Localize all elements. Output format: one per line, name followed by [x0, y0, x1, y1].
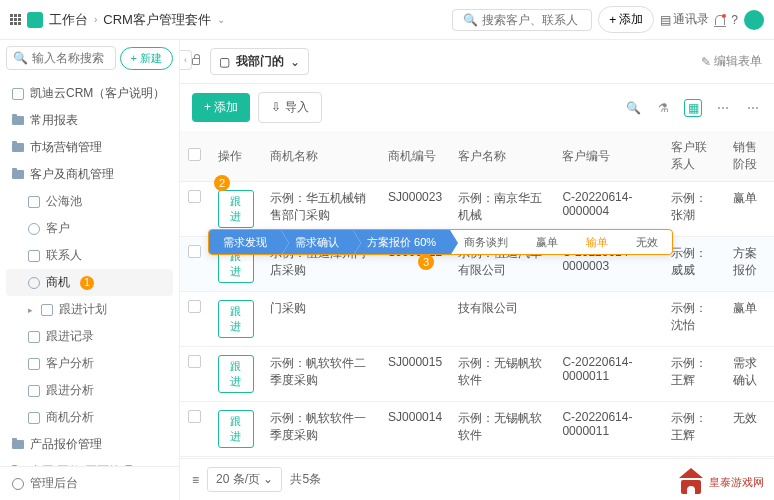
- stage-step[interactable]: 方案报价 60%: [353, 230, 450, 254]
- stage-step[interactable]: 需求确认: [281, 230, 353, 254]
- toolbar-import-button[interactable]: ⇩ 导入: [258, 92, 321, 123]
- toolbar-add-button[interactable]: + 添加: [192, 93, 250, 122]
- cell-cust-code: C-20220614-0000011: [554, 347, 663, 402]
- sidebar-item-cust-analysis[interactable]: 客户分析: [0, 350, 179, 377]
- gear-icon: [12, 478, 24, 490]
- col-action[interactable]: 操作: [210, 131, 262, 182]
- sidebar-item-pool[interactable]: 公海池: [0, 188, 179, 215]
- col-code[interactable]: 商机编号: [380, 131, 450, 182]
- follow-button[interactable]: 跟进: [218, 300, 254, 338]
- cell-contact: 示例：张潮: [663, 182, 724, 237]
- cell-stage: 方案报价: [725, 237, 774, 292]
- col-stage[interactable]: 销售阶段: [725, 131, 774, 182]
- col-cust-code[interactable]: 客户编号: [554, 131, 663, 182]
- cell-name: 门采购: [262, 292, 381, 347]
- global-search[interactable]: 🔍: [452, 9, 592, 31]
- sidebar-group-quote[interactable]: 产品报价管理: [0, 431, 179, 458]
- apps-grid-icon[interactable]: [10, 14, 21, 25]
- dept-selector[interactable]: ▢ 我部门的 ⌄: [210, 48, 309, 75]
- notifications-icon[interactable]: [715, 15, 725, 25]
- sidebar-item-opp-analysis[interactable]: 商机分析: [0, 404, 179, 431]
- sidebar-item-plan[interactable]: ▸跟进计划: [0, 296, 179, 323]
- sidebar-item-follow-analysis[interactable]: 跟进分析: [0, 377, 179, 404]
- cell-contact: 示例：沈怡: [663, 292, 724, 347]
- app-logo: [27, 12, 43, 28]
- sidebar-collapse-handle[interactable]: ‹: [180, 50, 192, 70]
- breadcrumb-workspace[interactable]: 工作台: [49, 11, 88, 29]
- watermark: 皇泰游戏网: [677, 468, 764, 496]
- row-checkbox[interactable]: [188, 190, 201, 203]
- stage-step[interactable]: 输单: [572, 230, 622, 254]
- col-name[interactable]: 商机名称: [262, 131, 381, 182]
- expand-icon[interactable]: ▸: [28, 305, 33, 315]
- cell-stage: 无效: [725, 402, 774, 457]
- main-content: ▢ 我部门的 ⌄ ✎ 编辑表单 + 添加 ⇩ 导入 🔍 ⚗ ▦ ⋯ ⋯ 操作: [180, 40, 774, 500]
- sidebar-group-customer-mgmt[interactable]: 客户及商机管理: [0, 161, 179, 188]
- table-row[interactable]: 跟进 示例：帆软软件一季度采购 SJ000014 示例：无锡帆软软件 C-202…: [180, 402, 774, 457]
- chevron-down-icon[interactable]: ⌄: [217, 14, 225, 25]
- cell-name: 示例：帆软软件一季度采购: [262, 402, 381, 457]
- sidebar-new-button[interactable]: + 新建: [120, 47, 173, 70]
- list-icon[interactable]: ≡: [192, 473, 199, 487]
- cell-stage: 赢单: [725, 182, 774, 237]
- search-icon[interactable]: 🔍: [624, 99, 642, 117]
- stage-step[interactable]: 赢单: [522, 230, 572, 254]
- stage-step[interactable]: 需求发现: [209, 230, 281, 254]
- stage-progress-popup: 需求发现 需求确认 方案报价 60% 商务谈判 赢单 输单 无效: [208, 229, 673, 255]
- page-size-select[interactable]: 20 条/页 ⌄: [207, 467, 282, 492]
- badge-1: 1: [80, 276, 94, 290]
- cell-code: [380, 292, 450, 347]
- cell-code: SJ000015: [380, 347, 450, 402]
- row-checkbox[interactable]: [188, 300, 201, 313]
- sidebar-group-contract[interactable]: 合同/回款/开票管理: [0, 458, 179, 466]
- lock-icon: [192, 58, 200, 65]
- table-row[interactable]: 跟进 门采购 技有限公司 示例：沈怡 赢单: [180, 292, 774, 347]
- cell-cust-code: [554, 292, 663, 347]
- col-contact[interactable]: 客户联系人: [663, 131, 724, 182]
- add-button[interactable]: + 添加: [598, 6, 654, 33]
- stage-step[interactable]: 无效: [622, 230, 672, 254]
- help-icon[interactable]: ?: [731, 13, 738, 27]
- contacts-link[interactable]: ▤ 通讯录: [660, 11, 709, 28]
- sidebar-item-record[interactable]: 跟进记录: [0, 323, 179, 350]
- sidebar-admin[interactable]: 管理后台: [0, 466, 179, 500]
- sidebar-group-reports[interactable]: 常用报表: [0, 107, 179, 134]
- cell-cust: 示例：无锡帆软软件: [450, 347, 554, 402]
- cell-contact: 示例：王辉: [663, 402, 724, 457]
- checkbox-all[interactable]: [188, 148, 201, 161]
- filter-icon[interactable]: ⚗: [654, 99, 672, 117]
- row-checkbox[interactable]: [188, 410, 201, 423]
- sidebar-group-marketing[interactable]: 市场营销管理: [0, 134, 179, 161]
- cell-stage: 需求确认: [725, 347, 774, 402]
- cell-cust: 示例：无锡帆软软件: [450, 402, 554, 457]
- sidebar-search-input[interactable]: [32, 51, 109, 65]
- sidebar: 🔍 + 新建 凯迪云CRM（客户说明） 常用报表 市场营销管理 客户及商机管理 …: [0, 40, 180, 500]
- follow-button[interactable]: 跟进: [218, 355, 254, 393]
- cell-stage: 赢单: [725, 292, 774, 347]
- follow-button[interactable]: 跟进: [218, 410, 254, 448]
- edit-form-link[interactable]: ✎ 编辑表单: [701, 53, 762, 70]
- sidebar-item-customer[interactable]: 客户: [0, 215, 179, 242]
- row-checkbox[interactable]: [188, 355, 201, 368]
- more-icon[interactable]: ⋯: [744, 99, 762, 117]
- cell-contact: 示例：王辉: [663, 347, 724, 402]
- stage-step[interactable]: 商务谈判: [450, 230, 522, 254]
- sidebar-item-crm-home[interactable]: 凯迪云CRM（客户说明）: [0, 80, 179, 107]
- sidebar-item-opportunity[interactable]: 商机1: [6, 269, 173, 296]
- user-avatar[interactable]: [744, 10, 764, 30]
- opportunity-table: 操作 商机名称 商机编号 客户名称 客户编号 客户联系人 销售阶段 跟进 示例：…: [180, 131, 774, 457]
- breadcrumb: 工作台 › CRM客户管理套件 ⌄: [49, 11, 225, 29]
- cell-cust-code: C-20220614-0000011: [554, 402, 663, 457]
- col-cust[interactable]: 客户名称: [450, 131, 554, 182]
- global-search-input[interactable]: [482, 13, 581, 27]
- table-row[interactable]: 跟进 示例：帆软软件二季度采购 SJ000015 示例：无锡帆软软件 C-202…: [180, 347, 774, 402]
- org-icon: ▢: [219, 55, 230, 69]
- breadcrumb-suite[interactable]: CRM客户管理套件: [103, 11, 211, 29]
- chevron-down-icon: ⌄: [290, 55, 300, 69]
- row-checkbox[interactable]: [188, 245, 201, 258]
- sidebar-item-contact[interactable]: 联系人: [0, 242, 179, 269]
- follow-button[interactable]: 跟进: [218, 190, 254, 228]
- sidebar-search[interactable]: 🔍: [6, 46, 116, 70]
- settings-icon[interactable]: ⋯: [714, 99, 732, 117]
- view-grid-icon[interactable]: ▦: [684, 99, 702, 117]
